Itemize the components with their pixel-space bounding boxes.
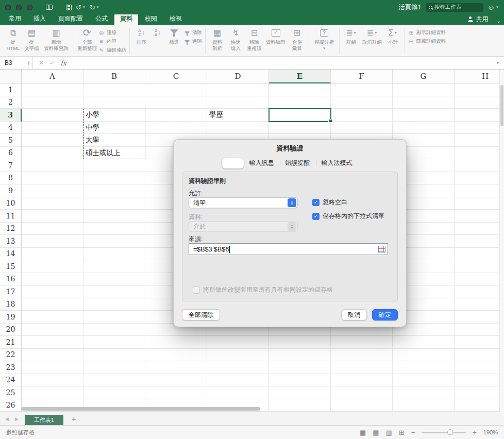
row-header-2[interactable]: 2 bbox=[0, 96, 22, 109]
cell-H25[interactable] bbox=[455, 386, 504, 399]
cell-B10[interactable] bbox=[83, 197, 145, 210]
cell-B18[interactable] bbox=[83, 298, 145, 311]
row-header-12[interactable]: 12 bbox=[0, 223, 22, 235]
window-switcher-button[interactable] bbox=[46, 5, 53, 10]
cell-A10[interactable] bbox=[22, 197, 83, 210]
cell-A16[interactable] bbox=[22, 273, 83, 286]
cell-A6[interactable] bbox=[22, 147, 83, 160]
row-header-13[interactable]: 13 bbox=[0, 235, 22, 248]
cell-B14[interactable] bbox=[83, 248, 145, 261]
cell-E4[interactable] bbox=[269, 122, 331, 134]
row-header-22[interactable]: 22 bbox=[0, 349, 22, 362]
cell-G23[interactable] bbox=[393, 361, 455, 374]
cell-H14[interactable] bbox=[455, 248, 504, 261]
connections-button[interactable]: ◎連線 bbox=[98, 29, 126, 36]
row-header-26[interactable]: 26 bbox=[0, 399, 22, 412]
horizontal-scrollbar[interactable] bbox=[22, 407, 260, 411]
cell-H24[interactable] bbox=[455, 374, 504, 387]
clear-filter-button[interactable]: 清除 bbox=[184, 29, 202, 36]
cell-B24[interactable] bbox=[83, 374, 145, 387]
tab-ime-mode[interactable]: 輸入法模式 bbox=[316, 157, 358, 169]
row-header-21[interactable]: 21 bbox=[0, 336, 22, 349]
clear-all-button[interactable]: 全部清除 bbox=[182, 309, 220, 320]
cell-A19[interactable] bbox=[22, 311, 83, 324]
cell-D4[interactable] bbox=[207, 122, 269, 134]
ribbon-tab-page-layout[interactable]: 頁面配置 bbox=[53, 13, 89, 25]
row-header-3[interactable]: 3 bbox=[0, 109, 22, 122]
cell-B9[interactable] bbox=[83, 184, 145, 197]
refresh-all-button[interactable]: ⟳ 全部 重新整理 bbox=[77, 27, 97, 51]
zoom-slider-thumb[interactable] bbox=[447, 429, 453, 435]
zoom-out-button[interactable]: − bbox=[411, 429, 415, 436]
column-header-C[interactable]: C bbox=[145, 70, 207, 83]
cell-G24[interactable] bbox=[393, 374, 455, 387]
hide-detail-button[interactable]: ⊟隱藏詳細資料 bbox=[408, 38, 446, 45]
cell-H1[interactable] bbox=[455, 83, 504, 96]
cell-C1[interactable] bbox=[145, 83, 207, 96]
custom-view-icon[interactable]: ⊞ bbox=[399, 429, 405, 436]
cell-H13[interactable] bbox=[455, 235, 504, 248]
cell-A9[interactable] bbox=[22, 184, 83, 197]
row-header-18[interactable]: 18 bbox=[0, 298, 22, 311]
cell-B8[interactable] bbox=[83, 172, 145, 185]
cell-B22[interactable] bbox=[83, 349, 145, 362]
flash-fill-button[interactable]: ↯ 快速 填入 bbox=[227, 27, 244, 51]
vertical-scrollbar-thumb[interactable] bbox=[500, 85, 503, 126]
cell-F24[interactable] bbox=[331, 374, 393, 387]
cell-D25[interactable] bbox=[207, 386, 269, 399]
cell-F4[interactable] bbox=[331, 122, 393, 134]
cell-E25[interactable] bbox=[269, 386, 331, 399]
insert-function-icon[interactable]: fx bbox=[60, 59, 66, 67]
cell-C23[interactable] bbox=[145, 361, 207, 374]
cell-F21[interactable] bbox=[331, 336, 393, 349]
sort-za-button[interactable]: ZA↓ bbox=[152, 27, 164, 45]
close-window-button[interactable] bbox=[5, 5, 11, 10]
cell-H15[interactable] bbox=[455, 260, 504, 273]
cell-A5[interactable] bbox=[22, 134, 83, 147]
cell-F1[interactable] bbox=[331, 83, 393, 96]
cell-H11[interactable] bbox=[455, 210, 504, 223]
row-header-16[interactable]: 16 bbox=[0, 273, 22, 286]
column-header-F[interactable]: F bbox=[331, 70, 393, 83]
cell-E1[interactable] bbox=[269, 83, 331, 96]
previous-sheet-icon[interactable]: ◀ bbox=[5, 416, 9, 421]
cell-C21[interactable] bbox=[145, 336, 207, 349]
cell-C4[interactable] bbox=[145, 122, 207, 134]
cell-A21[interactable] bbox=[22, 336, 83, 349]
tab-error-alert[interactable]: 錯誤提醒 bbox=[280, 157, 316, 169]
cell-A8[interactable] bbox=[22, 172, 83, 185]
undo-button[interactable]: ↺▼ bbox=[76, 4, 86, 11]
cell-A15[interactable] bbox=[22, 260, 83, 273]
next-sheet-icon[interactable]: ▶ bbox=[15, 416, 19, 421]
edit-links-button[interactable]: ✎編輯連結 bbox=[98, 47, 126, 54]
ribbon-tab-review[interactable]: 校閱 bbox=[139, 13, 163, 25]
cell-H16[interactable] bbox=[455, 273, 504, 286]
cell-B13[interactable] bbox=[83, 235, 145, 248]
cell-F3[interactable] bbox=[331, 109, 393, 122]
collapse-ribbon-icon[interactable]: ⌄ bbox=[497, 18, 501, 25]
feedback-smiley-button[interactable]: ☺▼ bbox=[488, 3, 499, 11]
cell-H4[interactable] bbox=[455, 122, 504, 134]
ribbon-tab-insert[interactable]: 插入 bbox=[28, 13, 52, 25]
cell-D22[interactable] bbox=[207, 349, 269, 362]
cell-C2[interactable] bbox=[145, 96, 207, 109]
cell-B19[interactable] bbox=[83, 311, 145, 324]
cell-B16[interactable] bbox=[83, 273, 145, 286]
cell-F2[interactable] bbox=[331, 96, 393, 109]
ribbon-tab-data[interactable]: 資料 bbox=[114, 13, 138, 25]
zoom-window-button[interactable] bbox=[27, 5, 32, 10]
ok-button[interactable]: 確定 bbox=[372, 309, 398, 320]
consolidate-button[interactable]: ⊞ 合併 彙算 bbox=[289, 27, 306, 51]
cell-H17[interactable] bbox=[455, 285, 504, 298]
cell-H22[interactable] bbox=[455, 349, 504, 362]
cell-D1[interactable] bbox=[207, 83, 269, 96]
row-header-6[interactable]: 6 bbox=[0, 147, 22, 160]
cell-B15[interactable] bbox=[83, 260, 145, 273]
cell-H12[interactable] bbox=[455, 223, 504, 235]
cell-G4[interactable] bbox=[393, 122, 455, 134]
expand-formula-bar-icon[interactable]: ▼ bbox=[492, 61, 504, 65]
cell-A25[interactable] bbox=[22, 386, 83, 399]
new-database-query-button[interactable]: ▥ 新增 資料庫查詢 bbox=[42, 27, 71, 51]
cell-F25[interactable] bbox=[331, 386, 393, 399]
cell-D23[interactable] bbox=[207, 361, 269, 374]
